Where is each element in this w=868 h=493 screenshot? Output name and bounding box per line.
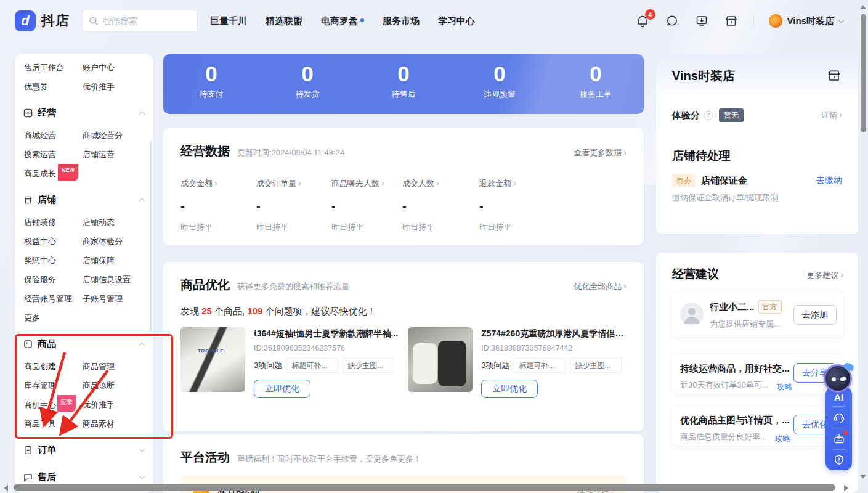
chevron-up-icon[interactable]: [139, 342, 145, 348]
scroll-down-arrow[interactable]: [860, 475, 866, 479]
nav-service-market[interactable]: 服务市场: [383, 15, 420, 27]
sidebar-item-product-growth[interactable]: 商品成长NEW: [24, 164, 83, 183]
strategy-link[interactable]: 攻略: [776, 382, 792, 391]
sidebar-item-store-news[interactable]: 店铺动态: [83, 213, 153, 232]
chevron-down-icon[interactable]: [139, 446, 145, 452]
headset-support-icon[interactable]: [832, 410, 846, 424]
scroll-left-arrow[interactable]: [4, 485, 8, 491]
notification-bell-icon[interactable]: 4: [635, 14, 650, 28]
divider: [832, 449, 845, 450]
ai-assistant-mascot[interactable]: [824, 364, 852, 393]
chevron-up-icon[interactable]: [139, 111, 145, 117]
sidebar-item-price-promoter[interactable]: 优价推手: [83, 77, 153, 96]
chevron-down-icon[interactable]: [139, 473, 145, 479]
horizontal-scrollbar: [0, 483, 868, 493]
sidebar-item-reward-punishment[interactable]: 奖惩中心: [24, 251, 83, 270]
sidebar-item-inventory-manage[interactable]: 库存管理: [24, 376, 83, 395]
product-title[interactable]: t364#短袖t恤男士夏季新款潮牌半袖...: [254, 328, 398, 340]
chevron-right-icon: ›: [623, 281, 627, 291]
issue-tag[interactable]: 标题可补...: [286, 358, 338, 373]
search-input[interactable]: [103, 16, 183, 26]
platform-activity-subtitle: 重磅福利！限时不收取平台手续费，卖更多免更多！: [237, 454, 421, 465]
account-menu[interactable]: Vins时装店: [769, 14, 843, 28]
nav-jingxuan-lianmeng[interactable]: 精选联盟: [266, 15, 302, 27]
deposit-item-name: 店铺保证金: [701, 175, 747, 187]
inbox-download-icon[interactable]: [832, 432, 846, 446]
sidebar-section-store[interactable]: 店铺: [15, 189, 153, 210]
stat-pending-payment[interactable]: 0 待支付: [163, 54, 259, 114]
platform-activity-title: 平台活动: [180, 449, 230, 466]
app-logo[interactable]: d 抖店: [15, 10, 70, 31]
metric-order-count[interactable]: 成交订单量› - 昨日持平: [256, 178, 331, 233]
score-detail-link[interactable]: 详情›: [821, 110, 842, 121]
optimize-now-button[interactable]: 立即优化: [254, 380, 310, 398]
sidebar-item-mall-operation[interactable]: 商城经营: [24, 126, 83, 145]
search-box[interactable]: [82, 10, 198, 32]
sidebar-item-operation-account[interactable]: 经营账号管理: [24, 289, 83, 308]
sidebar-item-merchant-score[interactable]: 商家体验分: [83, 232, 153, 251]
sidebar-section-products[interactable]: 商品: [15, 333, 153, 354]
sidebar-section-orders[interactable]: 订单: [15, 439, 153, 460]
storefront-outline-icon[interactable]: [826, 68, 842, 84]
metric-gmv[interactable]: 成交金额› - 昨日持平: [180, 178, 256, 233]
horizontal-scroll-thumb[interactable]: [14, 484, 835, 491]
metric-refund-amount[interactable]: 退款金额› - 昨日持平: [479, 178, 553, 233]
sidebar-item-product-material[interactable]: 商品素材: [83, 414, 153, 433]
sidebar-item-store-protection[interactable]: 店铺保障: [83, 251, 153, 270]
product-image[interactable]: [408, 327, 473, 392]
customer-service-icon[interactable]: [665, 14, 679, 28]
issue-tag[interactable]: 标题可补...: [514, 358, 566, 373]
ai-button[interactable]: AI: [834, 392, 843, 402]
issue-tag[interactable]: 缺少主图...: [343, 358, 394, 373]
nav-qianchuan[interactable]: 巨量千川: [210, 15, 247, 27]
go-pay-link[interactable]: 去缴纳: [816, 175, 842, 186]
sidebar-item-insurance-service[interactable]: 保险服务: [24, 270, 83, 289]
product-image[interactable]: TROUBLE: [180, 327, 245, 392]
stat-violation-warning[interactable]: 0 违规预警: [452, 54, 548, 114]
sidebar-item-sub-account[interactable]: 子账号管理: [83, 289, 153, 308]
sidebar-item-product-create[interactable]: 商品创建: [24, 357, 83, 376]
chevron-up-icon[interactable]: [139, 198, 145, 204]
nav-ecom-compass[interactable]: 电商罗盘: [321, 15, 364, 27]
stat-pending-aftersale[interactable]: 0 待售后: [355, 54, 452, 114]
sidebar-item-store-operation[interactable]: 店铺运营: [83, 145, 153, 164]
sidebar-item-mall-score[interactable]: 商城经营分: [83, 126, 153, 145]
sidebar-item-rights-center[interactable]: 权益中心: [24, 232, 83, 251]
sidebar-item-opportunity-center[interactable]: 商机中心应季: [24, 395, 83, 414]
question-help-icon[interactable]: ?: [704, 111, 713, 120]
scroll-right-arrow[interactable]: [844, 485, 848, 491]
scroll-up-arrow[interactable]: [860, 5, 866, 9]
sidebar-item-price-promoter2[interactable]: 优价推手: [83, 395, 153, 414]
sidebar-item-account-center[interactable]: 账户中心: [83, 58, 153, 77]
stat-pending-shipment[interactable]: 0 待发货: [259, 54, 355, 114]
sidebar-item-aftersale-workbench[interactable]: 售后工作台: [24, 58, 83, 77]
more-suggestions-link[interactable]: 更多建议›: [806, 270, 843, 281]
sidebar-item-store-info-settings[interactable]: 店铺信息设置: [83, 270, 153, 289]
divider: [753, 14, 754, 28]
go-add-button[interactable]: 去添加: [793, 305, 837, 325]
product-title[interactable]: Z574#260克重磅加厚港风夏季情侣潮...: [481, 328, 628, 340]
issue-tag[interactable]: 缺少主图...: [570, 358, 622, 373]
download-client-icon[interactable]: [694, 14, 709, 28]
sidebar-item-product-tools[interactable]: 商品工具: [24, 414, 83, 433]
sidebar-item-product-manage[interactable]: 商品管理: [83, 357, 153, 376]
view-more-data-link[interactable]: 查看更多数据›: [574, 147, 627, 158]
metric-buyers[interactable]: 成交人数› - 昨日持平: [402, 178, 479, 233]
product-optimization-card: 商品优化 获得更多免费的搜索和推荐流量 优化全部商品› 发现 25 个商品, 1…: [163, 262, 644, 431]
storefront-icon[interactable]: [724, 14, 739, 28]
optimize-all-link[interactable]: 优化全部商品›: [574, 281, 627, 292]
sidebar-item-search-operation[interactable]: 搜索运营: [24, 145, 83, 164]
stat-service-ticket[interactable]: 0 服务工单: [548, 54, 644, 114]
sidebar-item-product-diagnosis[interactable]: 商品诊断: [83, 376, 153, 395]
sidebar-item-store-decoration[interactable]: 店铺装修: [24, 213, 83, 232]
sidebar-item-more[interactable]: 更多: [24, 308, 83, 327]
sidebar-item-coupon[interactable]: 优惠券: [24, 77, 83, 96]
sidebar-section-operations[interactable]: 经营: [15, 102, 153, 123]
shield-report-icon[interactable]: [832, 454, 846, 467]
nav-learning-center[interactable]: 学习中心: [438, 15, 475, 27]
vertical-scroll-thumb[interactable]: [861, 14, 866, 132]
optimize-now-button[interactable]: 立即优化: [481, 380, 538, 398]
sidebar-scrollbar[interactable]: [150, 141, 152, 332]
metric-exposure-users[interactable]: 商品曝光人数› - 昨日持平: [331, 178, 402, 233]
strategy-link[interactable]: 攻略: [774, 434, 790, 443]
